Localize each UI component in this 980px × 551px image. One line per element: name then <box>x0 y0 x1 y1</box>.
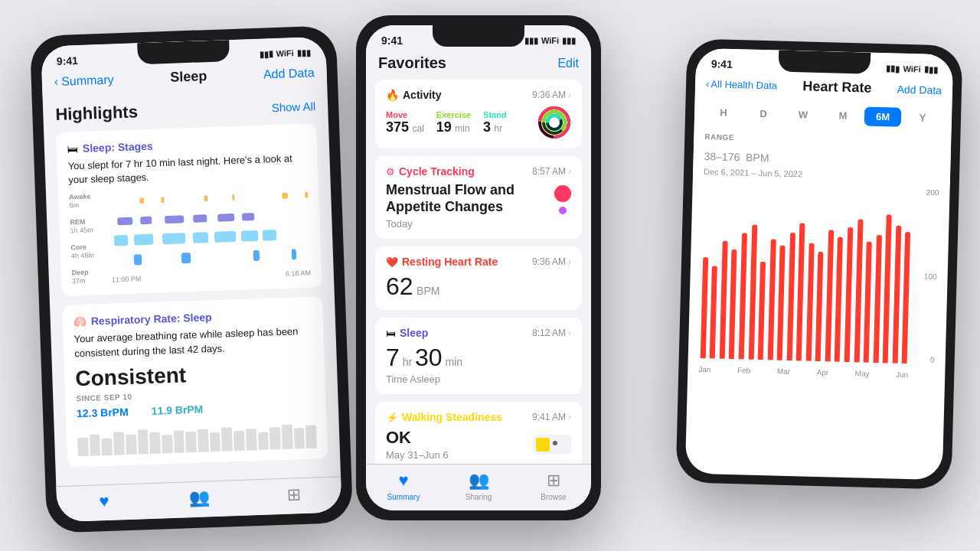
hr-back-label[interactable]: All Health Data <box>710 78 777 91</box>
time-btn-y[interactable]: Y <box>904 108 942 128</box>
cycle-text: Menstrual Flow and Appetite Changes Toda… <box>386 182 554 230</box>
hr-range-section: RANGE 38–176 BPM Dec 6, 2021 – Jun 5, 20… <box>693 126 952 186</box>
hr-dot <box>703 279 707 282</box>
sleep-stages-card[interactable]: 🛏 Sleep: Stages You slept for 7 hr 10 mi… <box>56 123 322 296</box>
left-back-label[interactable]: Summary <box>61 73 114 88</box>
left-nav-back[interactable]: ‹ Summary <box>54 73 114 89</box>
tab-browse-mid[interactable]: ⊞ Browse <box>516 471 591 501</box>
signal-icon: ▮▮▮ <box>259 49 273 60</box>
battery-icon: ▮▮▮ <box>297 47 311 58</box>
sleep-chevron-icon: › <box>568 328 571 338</box>
time-btn-m[interactable]: M <box>825 106 862 126</box>
respiratory-card[interactable]: 🫁 Respiratory Rate: Sleep Your average b… <box>62 296 328 467</box>
sleep-card-mid[interactable]: 🛏 Sleep 8:12 AM › 7 hr 30 min Time Aslee… <box>375 318 582 394</box>
back-chevron-icon: ‹ <box>54 74 59 88</box>
mid-phone-screen: 9:41 ▮▮▮ WiFi ▮▮▮ Favorites Edit 🔥 Activ… <box>366 25 591 510</box>
left-time: 9:41 <box>57 54 79 67</box>
tab-browse-left[interactable]: ⊞ <box>246 483 341 506</box>
sleep-time-asleep-label: Time Asleep <box>386 373 571 385</box>
walking-gauge-dot <box>553 441 557 445</box>
walking-card[interactable]: ⚡ Walking Steadiness 9:41 AM › OK May 31… <box>375 402 582 470</box>
browse-tab-icon: ⊞ <box>286 484 301 505</box>
hr-add-data-button[interactable]: Add Data <box>897 83 942 96</box>
stand-value: 3 <box>483 119 491 135</box>
left-scroll-content: Highlights Show All 🛏 Sleep: Stages You … <box>43 86 341 477</box>
heart-rate-card[interactable]: ❤️ Resting Heart Rate 9:36 AM › 62 BPM <box>375 246 582 310</box>
hr-dot <box>828 259 832 263</box>
move-value: 375 <box>386 119 409 135</box>
hr-bar <box>777 246 786 360</box>
mini-respiratory-chart <box>77 417 317 456</box>
mid-notch <box>433 25 524 47</box>
edit-button[interactable]: Edit <box>557 57 579 70</box>
hr-y-axis: 200 100 0 <box>912 187 939 364</box>
tab-sharing-left[interactable]: 👥 <box>152 487 247 510</box>
mid-time: 9:41 <box>381 34 403 47</box>
sleep-time-axis: 11:00 PM 6:16 AM <box>112 269 311 284</box>
move-stat: Move 375 cal <box>386 110 424 135</box>
hr-nav-back[interactable]: ‹ All Health Data <box>706 78 777 91</box>
cycle-today: Today <box>386 218 554 230</box>
mid-tab-bar: ♥ Summary 👥 Sharing ⊞ Browse <box>366 464 591 510</box>
sleep-icon-mid: 🛏 <box>386 328 396 339</box>
move-label: Move <box>386 110 424 119</box>
hr-bar <box>892 226 901 364</box>
sleep-card-mid-row1: 🛏 Sleep 8:12 AM › <box>386 327 571 339</box>
x-feb: Feb <box>737 366 751 374</box>
hr-bar <box>864 242 872 363</box>
cycle-title: Cycle Tracking <box>399 165 475 178</box>
highlights-title: Highlights <box>55 102 138 125</box>
tab-heart-left[interactable]: ♥ <box>57 490 152 513</box>
walking-title: Walking Steadiness <box>402 411 502 423</box>
hr-bar <box>758 262 766 360</box>
walking-time: 9:41 AM › <box>532 412 571 422</box>
walking-status-section: OK May 31–Jun 6 <box>386 428 449 461</box>
heart-rate-value: 62 <box>386 272 413 300</box>
cycle-gear-icon: ⚙ <box>386 166 395 178</box>
x-jun: Jun <box>896 370 908 379</box>
favorites-title: Favorites <box>378 54 446 72</box>
activity-title-row: 🔥 Activity <box>386 89 442 101</box>
activity-card-row1: 🔥 Activity 9:36 AM › <box>386 89 571 101</box>
hr-dot <box>887 244 890 248</box>
tab-sharing-mid[interactable]: 👥 Sharing <box>441 471 516 501</box>
mid-signal-icon: ▮▮▮ <box>524 36 538 46</box>
tab-summary-mid[interactable]: ♥ Summary <box>366 471 441 501</box>
sleep-stages-icon: 🛏 <box>67 142 79 155</box>
exercise-unit: min <box>455 123 469 134</box>
time-btn-h[interactable]: H <box>705 103 743 122</box>
right-phone: 9:41 ▮▮▮ WiFi ▮▮▮ ‹ All Health Data Hear… <box>675 38 962 489</box>
hr-bar <box>805 243 814 361</box>
hr-dot <box>799 253 803 256</box>
hr-bar <box>767 239 776 360</box>
hr-dot <box>896 256 900 259</box>
time-btn-w[interactable]: W <box>785 105 822 125</box>
hr-bar <box>883 214 892 363</box>
time-btn-d[interactable]: D <box>745 103 782 123</box>
show-all-button[interactable]: Show All <box>271 99 315 114</box>
sleep-stages-body: You slept for 7 hr 10 min last night. He… <box>67 152 307 187</box>
respiratory-icon: 🫁 <box>74 315 87 328</box>
hr-bar <box>729 249 737 359</box>
time-btn-6m[interactable]: 6M <box>864 106 902 126</box>
left-add-data-button[interactable]: Add Data <box>263 66 315 81</box>
heart-rate-time: 9:36 AM › <box>532 256 571 267</box>
cycle-card[interactable]: ⚙ Cycle Tracking 8:57 AM › Menstrual Flo… <box>375 156 582 239</box>
walking-content: OK May 31–Jun 6 <box>386 428 571 461</box>
cycle-heading: Menstrual Flow and Appetite Changes <box>386 182 554 215</box>
walking-status: OK <box>386 428 449 448</box>
activity-card[interactable]: 🔥 Activity 9:36 AM › Move 375 cal <box>375 80 582 148</box>
sleep-time-mid: 8:12 AM › <box>532 328 571 338</box>
sleep-hours: 7 hr 30 min <box>386 344 462 371</box>
activity-chevron-icon: › <box>568 90 571 100</box>
hr-bar <box>854 219 863 362</box>
hr-bar <box>902 232 911 364</box>
hr-bar <box>700 257 707 358</box>
walking-icon: ⚡ <box>386 412 398 423</box>
move-value-row: 375 cal <box>386 119 424 135</box>
sleep-labels: Awake6m REM1h 45m Core4h 48m Deep37m <box>69 192 110 285</box>
activity-flame-icon: 🔥 <box>386 89 399 101</box>
sharing-tab-icon: 👥 <box>188 487 210 508</box>
x-may: May <box>855 369 870 377</box>
right-battery-icon: ▮▮▮ <box>924 64 938 74</box>
